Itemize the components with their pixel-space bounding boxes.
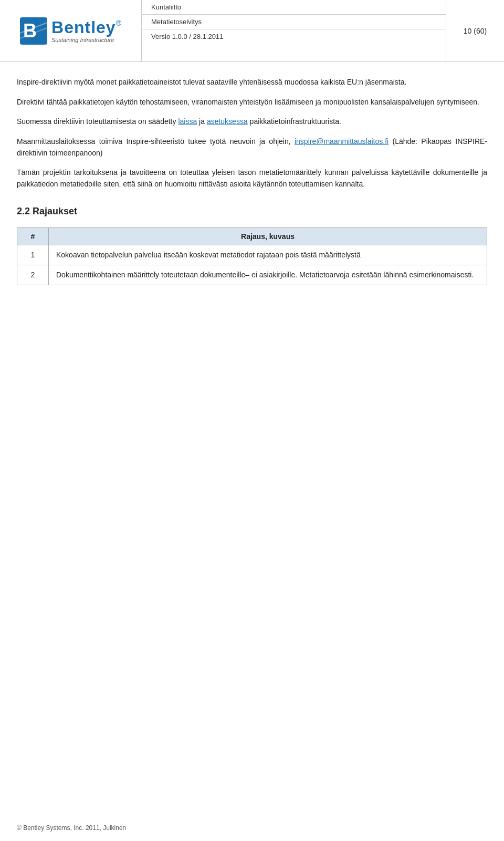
header-meta-row1: Kuntaliitto <box>142 0 446 15</box>
page-header: B Bentley ® Sustaining Infrastructure Ku… <box>0 0 504 62</box>
logo-area: B Bentley ® Sustaining Infrastructure <box>0 0 142 61</box>
bentley-logo-icon: B <box>20 17 47 45</box>
header-meta-row3: Versio 1.0.0 / 28.1.2011 <box>142 29 446 44</box>
para3-link-asetuksessa[interactable]: asetuksessa <box>207 117 248 126</box>
footer-text: © Bentley Systems, Inc. 2011, Julkinen <box>17 824 126 832</box>
table-cell-desc: Dokumenttikohtainen määrittely toteuteta… <box>49 265 487 285</box>
section-2-2-heading: 2.2 Rajaukset <box>17 206 487 217</box>
paragraph-4: Maanmittauslaitoksessa toimiva Inspire-s… <box>17 136 487 159</box>
logo-box: B Bentley ® Sustaining Infrastructure <box>20 17 121 45</box>
table-col-desc-header: Rajaus, kuvaus <box>49 227 487 245</box>
table-cell-num: 2 <box>17 265 49 285</box>
page-container: B Bentley ® Sustaining Infrastructure Ku… <box>0 0 504 841</box>
table-row: 2Dokumenttikohtainen määrittely toteutet… <box>17 265 487 285</box>
table-cell-num: 1 <box>17 245 49 265</box>
paragraph-5: Tämän projektin tarkoituksena ja tavoitt… <box>17 167 487 190</box>
para3-suffix: paikkatietoinfrastruktuurista. <box>248 117 341 126</box>
header-meta-row2: Metatietoselvitys <box>142 15 446 29</box>
paragraph-1: Inspire-direktiivin myötä monet paikkati… <box>17 77 487 88</box>
table-col-num-header: # <box>17 227 49 245</box>
paragraph-3: Suomessa direktiivin toteuttamisesta on … <box>17 116 487 128</box>
table-header-row: # Rajaus, kuvaus <box>17 227 487 245</box>
para3-prefix: Suomessa direktiivin toteuttamisesta on … <box>17 117 178 126</box>
logo-text-area: Bentley ® Sustaining Infrastructure <box>51 19 121 43</box>
logo-subtitle: Sustaining Infrastructure <box>51 37 121 43</box>
main-content: Inspire-direktiivin myötä monet paikkati… <box>0 62 504 333</box>
logo-brand-name: Bentley <box>51 19 116 36</box>
paragraph-2: Direktiivi tähtää paikkatietojen käytön … <box>17 97 487 108</box>
section-number: 2.2 <box>17 206 30 216</box>
table-row: 1Kokoavan tietopalvelun palvelua itseään… <box>17 245 487 265</box>
para4-prefix: Maanmittauslaitoksessa toimiva Inspire-s… <box>17 137 295 146</box>
header-meta: Kuntaliitto Metatietoselvitys Versio 1.0… <box>142 0 446 61</box>
page-footer: © Bentley Systems, Inc. 2011, Julkinen <box>17 824 126 832</box>
rajaukset-table: # Rajaus, kuvaus 1Kokoavan tietopalvelun… <box>17 227 487 285</box>
para4-email-link[interactable]: inspire@maanmittauslaitos.fi <box>295 137 388 146</box>
section-title: Rajaukset <box>33 206 77 216</box>
header-page-number: 10 (60) <box>446 0 504 61</box>
para3-link-laissa[interactable]: laissa <box>178 117 197 126</box>
para3-mid: ja <box>197 117 207 126</box>
logo-registered-symbol: ® <box>116 19 121 27</box>
table-cell-desc: Kokoavan tietopalvelun palvelua itseään … <box>49 245 487 265</box>
